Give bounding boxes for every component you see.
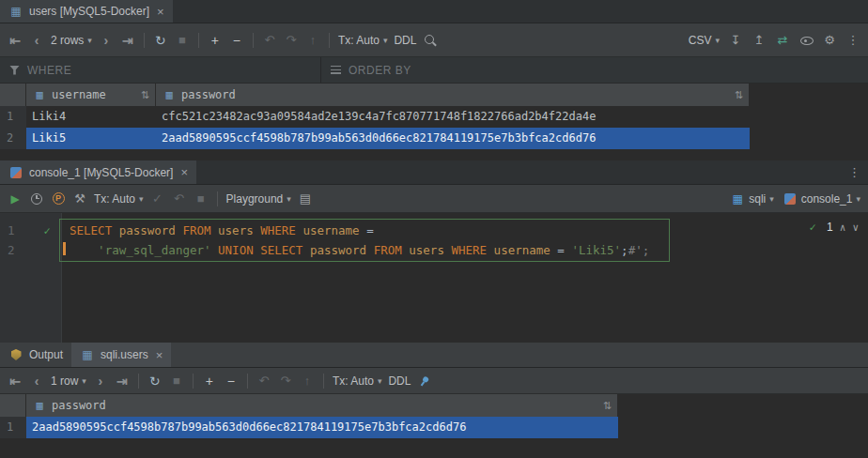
rollback-icon[interactable]: ↶ (172, 191, 187, 206)
tx-mode-dropdown[interactable]: Tx: Auto ▾ (333, 374, 382, 388)
csv-format-dropdown[interactable]: CSV ▾ (689, 34, 720, 47)
cell-password[interactable]: cfc521c23482ac93a09584ad2e139c4a7fc87077… (156, 106, 750, 128)
tab-users-grid[interactable]: ▦ users [MySQL5-Docker] × (0, 0, 173, 23)
parameters-icon[interactable]: P (51, 191, 66, 206)
tx-mode-dropdown[interactable]: Tx: Auto ▾ (338, 34, 388, 47)
delete-row-icon[interactable]: − (229, 33, 244, 48)
tab-result-grid[interactable]: ▦ sqli.users × (71, 343, 171, 367)
cell-username[interactable]: Liki5 (26, 128, 156, 149)
stop-icon[interactable]: ■ (169, 374, 184, 389)
line-number: 2 (8, 240, 15, 260)
next-result-icon[interactable]: ∨ (852, 221, 859, 234)
tab-bar-spacer (171, 343, 868, 367)
undo-icon[interactable]: ↶ (262, 33, 277, 48)
submit-icon[interactable]: ↑ (300, 374, 315, 389)
results-bottom-spacer (0, 438, 868, 458)
column-icon: ▦ (32, 87, 47, 102)
table-row-selected[interactable]: 2 Liki5 2aad5890595ccf4598b787b99ab563d0… (0, 128, 868, 149)
console-settings-icon[interactable]: ⚒ (72, 191, 87, 206)
result-header-row: ▦ password ⇅ (0, 394, 868, 417)
export-data-icon[interactable]: ↧ (728, 33, 743, 48)
sql-editor[interactable]: 1 ✓ SELECT password FROM users WHERE use… (0, 213, 868, 343)
sort-icon[interactable]: ⇅ (141, 89, 149, 101)
page-size-dropdown[interactable]: 1 row ▾ (51, 374, 86, 388)
table-icon: ▦ (80, 347, 95, 362)
prev-result-icon[interactable]: ∧ (840, 221, 846, 234)
redo-icon[interactable]: ↷ (278, 374, 293, 389)
pin-icon[interactable] (417, 374, 432, 389)
order-by-icon (331, 66, 341, 74)
first-page-icon[interactable]: ⇤ (8, 33, 23, 48)
executed-check-icon: ✓ (39, 223, 54, 238)
sort-icon[interactable]: ⇅ (735, 89, 743, 101)
more-options-icon[interactable]: ⋮ (841, 160, 868, 184)
commit-icon[interactable]: ✓ (150, 191, 165, 206)
prev-page-icon[interactable]: ‹ (29, 374, 44, 389)
cell-password[interactable]: 2aad5890595ccf4598b787b99ab563d0d66ec821… (156, 128, 750, 149)
next-page-icon[interactable]: › (99, 33, 114, 48)
code-line[interactable]: SELECT password FROM users WHERE usernam… (62, 221, 374, 240)
history-icon[interactable] (29, 191, 44, 206)
add-row-icon[interactable]: + (202, 374, 217, 389)
settings-gear-icon[interactable]: ⚙ (822, 33, 837, 48)
last-page-icon[interactable]: ⇥ (115, 374, 130, 389)
tab-output[interactable]: Output (0, 343, 71, 367)
submit-icon[interactable]: ↑ (305, 33, 320, 48)
column-header-password[interactable]: ▦ password ⇅ (26, 394, 618, 417)
table-row[interactable]: 1 Liki4 cfc521c23482ac93a09584ad2e139c4a… (0, 106, 868, 128)
search-icon[interactable] (423, 33, 438, 48)
tx-mode-label: Tx: Auto (338, 34, 380, 47)
row-number[interactable]: 1 (0, 106, 26, 128)
table-row-selected[interactable]: 1 2aad5890595ccf4598b787b99ab563d0d66ec8… (0, 417, 868, 438)
order-by-filter-field[interactable]: ORDER BY (321, 57, 868, 83)
cell-username[interactable]: Liki4 (26, 106, 156, 128)
row-number[interactable]: 1 (0, 417, 26, 438)
tab-console[interactable]: console_1 [MySQL5-Docker] × (0, 160, 196, 184)
last-page-icon[interactable]: ⇥ (120, 33, 135, 48)
run-icon[interactable]: ▶ (8, 191, 23, 206)
sort-icon[interactable]: ⇅ (603, 400, 612, 412)
editor-line[interactable]: 2 'raw_sql_danger' UNION SELECT password… (0, 240, 868, 260)
first-page-icon[interactable]: ⇤ (8, 374, 23, 389)
undo-icon[interactable]: ↶ (256, 374, 271, 389)
preview-eye-icon[interactable] (798, 33, 814, 48)
grid-corner-cell[interactable] (0, 394, 26, 417)
session-dropdown[interactable]: console_1 ▾ (783, 191, 860, 206)
column-header-password[interactable]: ▦ password ⇅ (156, 84, 750, 106)
cell-password[interactable]: 2aad5890595ccf4598b787b99ab563d0d66ec821… (26, 417, 618, 438)
add-row-icon[interactable]: + (208, 33, 223, 48)
toolbar-separator (138, 374, 139, 389)
page-size-dropdown[interactable]: 2 rows ▾ (51, 34, 92, 47)
ddl-button[interactable]: DDL (394, 34, 416, 47)
delete-row-icon[interactable]: − (224, 374, 239, 389)
redo-icon[interactable]: ↷ (284, 33, 299, 48)
code-line[interactable]: 'raw_sql_danger' UNION SELECT password F… (62, 240, 649, 260)
console-icon (8, 165, 23, 180)
next-page-icon[interactable]: › (93, 374, 108, 389)
data-extractor-icon[interactable]: ⇄ (775, 33, 790, 48)
tx-mode-dropdown[interactable]: Tx: Auto ▾ (94, 192, 144, 206)
prev-page-icon[interactable]: ‹ (29, 33, 44, 48)
refresh-icon[interactable]: ↻ (147, 374, 163, 389)
playground-dropdown[interactable]: Playground ▾ (226, 192, 291, 206)
pin-glyph (416, 372, 434, 389)
more-options-icon[interactable]: ⋮ (845, 33, 860, 48)
stop-icon[interactable]: ■ (175, 33, 190, 48)
column-header-username[interactable]: ▦ username ⇅ (26, 84, 156, 106)
grid-toolbar-right: CSV ▾ ↧ ↥ ⇄ ⚙ ⋮ (689, 33, 860, 48)
close-icon[interactable]: × (180, 166, 188, 178)
import-data-icon[interactable]: ↥ (752, 33, 767, 48)
row-number[interactable]: 2 (0, 128, 26, 149)
refresh-icon[interactable]: ↻ (153, 33, 168, 48)
close-icon[interactable]: × (157, 6, 164, 18)
where-filter-field[interactable]: WHERE (0, 57, 321, 83)
ddl-button[interactable]: DDL (388, 374, 411, 388)
editor-line[interactable]: 1 ✓ SELECT password FROM users WHERE use… (0, 221, 868, 240)
chevron-down-icon: ▾ (769, 194, 774, 204)
stop-icon[interactable]: ■ (194, 191, 209, 206)
column-name: username (52, 88, 106, 101)
output-layout-icon[interactable]: ▤ (298, 191, 313, 206)
grid-corner-cell[interactable] (0, 84, 26, 106)
schema-dropdown[interactable]: ▦ sqli ▾ (730, 191, 774, 206)
close-icon[interactable]: × (156, 349, 163, 361)
